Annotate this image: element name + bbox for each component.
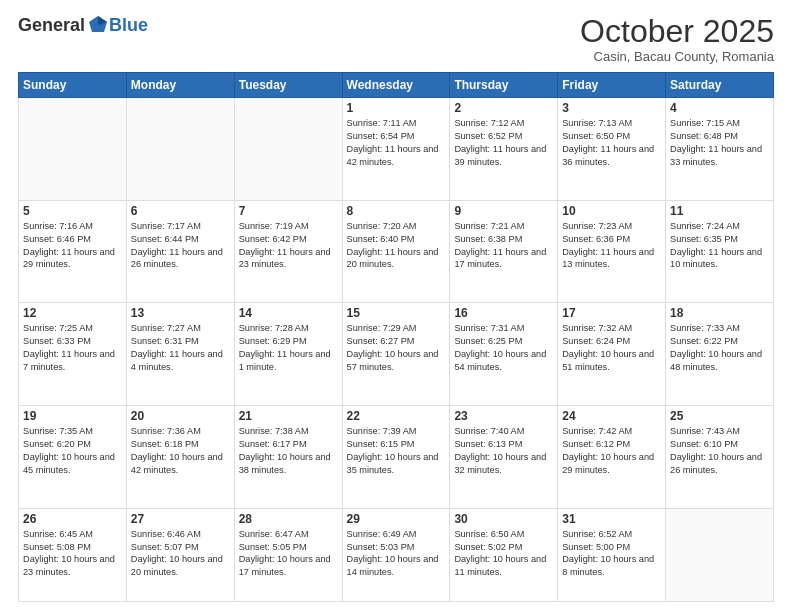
day-info: Sunrise: 6:46 AMSunset: 5:07 PMDaylight:… — [131, 529, 223, 578]
calendar-cell: 7Sunrise: 7:19 AMSunset: 6:42 PMDaylight… — [234, 200, 342, 303]
calendar-header-tuesday: Tuesday — [234, 73, 342, 98]
day-info: Sunrise: 7:13 AMSunset: 6:50 PMDaylight:… — [562, 118, 654, 167]
day-number: 15 — [347, 306, 446, 320]
calendar-header-saturday: Saturday — [666, 73, 774, 98]
day-number: 20 — [131, 409, 230, 423]
day-info: Sunrise: 7:25 AMSunset: 6:33 PMDaylight:… — [23, 323, 115, 372]
calendar-cell: 11Sunrise: 7:24 AMSunset: 6:35 PMDayligh… — [666, 200, 774, 303]
calendar-header-wednesday: Wednesday — [342, 73, 450, 98]
day-info: Sunrise: 7:40 AMSunset: 6:13 PMDaylight:… — [454, 426, 546, 475]
calendar-cell: 15Sunrise: 7:29 AMSunset: 6:27 PMDayligh… — [342, 303, 450, 406]
calendar-week-row: 1Sunrise: 7:11 AMSunset: 6:54 PMDaylight… — [19, 98, 774, 201]
calendar-cell — [19, 98, 127, 201]
calendar-cell: 3Sunrise: 7:13 AMSunset: 6:50 PMDaylight… — [558, 98, 666, 201]
day-info: Sunrise: 6:50 AMSunset: 5:02 PMDaylight:… — [454, 529, 546, 578]
calendar-week-row: 26Sunrise: 6:45 AMSunset: 5:08 PMDayligh… — [19, 508, 774, 601]
calendar-cell: 30Sunrise: 6:50 AMSunset: 5:02 PMDayligh… — [450, 508, 558, 601]
day-info: Sunrise: 7:36 AMSunset: 6:18 PMDaylight:… — [131, 426, 223, 475]
day-number: 17 — [562, 306, 661, 320]
calendar-cell: 10Sunrise: 7:23 AMSunset: 6:36 PMDayligh… — [558, 200, 666, 303]
calendar-cell: 25Sunrise: 7:43 AMSunset: 6:10 PMDayligh… — [666, 406, 774, 509]
logo-flag-icon — [87, 14, 109, 36]
day-info: Sunrise: 6:52 AMSunset: 5:00 PMDaylight:… — [562, 529, 654, 578]
calendar-header-thursday: Thursday — [450, 73, 558, 98]
calendar-cell: 21Sunrise: 7:38 AMSunset: 6:17 PMDayligh… — [234, 406, 342, 509]
calendar-cell: 12Sunrise: 7:25 AMSunset: 6:33 PMDayligh… — [19, 303, 127, 406]
day-info: Sunrise: 6:47 AMSunset: 5:05 PMDaylight:… — [239, 529, 331, 578]
calendar-week-row: 19Sunrise: 7:35 AMSunset: 6:20 PMDayligh… — [19, 406, 774, 509]
calendar-cell: 6Sunrise: 7:17 AMSunset: 6:44 PMDaylight… — [126, 200, 234, 303]
day-info: Sunrise: 7:12 AMSunset: 6:52 PMDaylight:… — [454, 118, 546, 167]
calendar-cell: 24Sunrise: 7:42 AMSunset: 6:12 PMDayligh… — [558, 406, 666, 509]
logo: General Blue — [18, 14, 148, 36]
day-number: 11 — [670, 204, 769, 218]
day-number: 31 — [562, 512, 661, 526]
day-number: 6 — [131, 204, 230, 218]
day-info: Sunrise: 7:23 AMSunset: 6:36 PMDaylight:… — [562, 221, 654, 270]
calendar-cell: 2Sunrise: 7:12 AMSunset: 6:52 PMDaylight… — [450, 98, 558, 201]
day-number: 13 — [131, 306, 230, 320]
day-info: Sunrise: 7:32 AMSunset: 6:24 PMDaylight:… — [562, 323, 654, 372]
calendar-week-row: 12Sunrise: 7:25 AMSunset: 6:33 PMDayligh… — [19, 303, 774, 406]
day-info: Sunrise: 7:21 AMSunset: 6:38 PMDaylight:… — [454, 221, 546, 270]
day-number: 10 — [562, 204, 661, 218]
day-info: Sunrise: 6:49 AMSunset: 5:03 PMDaylight:… — [347, 529, 439, 578]
day-number: 14 — [239, 306, 338, 320]
calendar-cell: 8Sunrise: 7:20 AMSunset: 6:40 PMDaylight… — [342, 200, 450, 303]
day-info: Sunrise: 7:24 AMSunset: 6:35 PMDaylight:… — [670, 221, 762, 270]
day-info: Sunrise: 7:15 AMSunset: 6:48 PMDaylight:… — [670, 118, 762, 167]
logo-general-text: General — [18, 15, 85, 36]
day-info: Sunrise: 6:45 AMSunset: 5:08 PMDaylight:… — [23, 529, 115, 578]
day-number: 9 — [454, 204, 553, 218]
calendar-cell: 9Sunrise: 7:21 AMSunset: 6:38 PMDaylight… — [450, 200, 558, 303]
day-number: 29 — [347, 512, 446, 526]
day-info: Sunrise: 7:16 AMSunset: 6:46 PMDaylight:… — [23, 221, 115, 270]
calendar-cell: 27Sunrise: 6:46 AMSunset: 5:07 PMDayligh… — [126, 508, 234, 601]
calendar-cell: 20Sunrise: 7:36 AMSunset: 6:18 PMDayligh… — [126, 406, 234, 509]
day-number: 3 — [562, 101, 661, 115]
calendar-cell: 4Sunrise: 7:15 AMSunset: 6:48 PMDaylight… — [666, 98, 774, 201]
day-number: 19 — [23, 409, 122, 423]
day-info: Sunrise: 7:35 AMSunset: 6:20 PMDaylight:… — [23, 426, 115, 475]
calendar-cell: 31Sunrise: 6:52 AMSunset: 5:00 PMDayligh… — [558, 508, 666, 601]
day-number: 22 — [347, 409, 446, 423]
calendar-cell: 14Sunrise: 7:28 AMSunset: 6:29 PMDayligh… — [234, 303, 342, 406]
calendar-cell: 23Sunrise: 7:40 AMSunset: 6:13 PMDayligh… — [450, 406, 558, 509]
calendar-cell: 5Sunrise: 7:16 AMSunset: 6:46 PMDaylight… — [19, 200, 127, 303]
calendar-week-row: 5Sunrise: 7:16 AMSunset: 6:46 PMDaylight… — [19, 200, 774, 303]
calendar-cell: 17Sunrise: 7:32 AMSunset: 6:24 PMDayligh… — [558, 303, 666, 406]
day-number: 23 — [454, 409, 553, 423]
header: General Blue October 2025 Casin, Bacau C… — [18, 14, 774, 64]
calendar-header-monday: Monday — [126, 73, 234, 98]
calendar-cell — [666, 508, 774, 601]
day-number: 7 — [239, 204, 338, 218]
calendar-cell: 13Sunrise: 7:27 AMSunset: 6:31 PMDayligh… — [126, 303, 234, 406]
day-info: Sunrise: 7:33 AMSunset: 6:22 PMDaylight:… — [670, 323, 762, 372]
day-number: 12 — [23, 306, 122, 320]
day-number: 26 — [23, 512, 122, 526]
calendar-header-friday: Friday — [558, 73, 666, 98]
day-info: Sunrise: 7:19 AMSunset: 6:42 PMDaylight:… — [239, 221, 331, 270]
day-number: 24 — [562, 409, 661, 423]
day-number: 18 — [670, 306, 769, 320]
calendar-cell: 19Sunrise: 7:35 AMSunset: 6:20 PMDayligh… — [19, 406, 127, 509]
header-right: October 2025 Casin, Bacau County, Romani… — [580, 14, 774, 64]
calendar-cell: 1Sunrise: 7:11 AMSunset: 6:54 PMDaylight… — [342, 98, 450, 201]
calendar-cell — [234, 98, 342, 201]
day-info: Sunrise: 7:42 AMSunset: 6:12 PMDaylight:… — [562, 426, 654, 475]
day-info: Sunrise: 7:38 AMSunset: 6:17 PMDaylight:… — [239, 426, 331, 475]
calendar-cell: 16Sunrise: 7:31 AMSunset: 6:25 PMDayligh… — [450, 303, 558, 406]
calendar-header-sunday: Sunday — [19, 73, 127, 98]
day-number: 28 — [239, 512, 338, 526]
day-info: Sunrise: 7:17 AMSunset: 6:44 PMDaylight:… — [131, 221, 223, 270]
day-number: 25 — [670, 409, 769, 423]
logo-blue-text: Blue — [109, 15, 148, 36]
calendar-header-row: SundayMondayTuesdayWednesdayThursdayFrid… — [19, 73, 774, 98]
calendar-cell: 26Sunrise: 6:45 AMSunset: 5:08 PMDayligh… — [19, 508, 127, 601]
day-info: Sunrise: 7:11 AMSunset: 6:54 PMDaylight:… — [347, 118, 439, 167]
day-number: 2 — [454, 101, 553, 115]
day-info: Sunrise: 7:28 AMSunset: 6:29 PMDaylight:… — [239, 323, 331, 372]
calendar-cell: 29Sunrise: 6:49 AMSunset: 5:03 PMDayligh… — [342, 508, 450, 601]
calendar-table: SundayMondayTuesdayWednesdayThursdayFrid… — [18, 72, 774, 602]
calendar-cell: 18Sunrise: 7:33 AMSunset: 6:22 PMDayligh… — [666, 303, 774, 406]
